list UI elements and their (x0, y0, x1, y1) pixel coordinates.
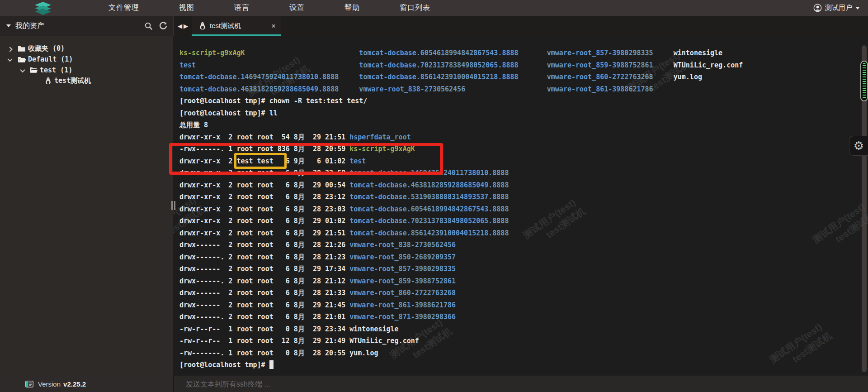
tree-item--0-[interactable]: 收藏夹 (0) (0, 43, 65, 54)
terminal-settings-button[interactable]: ⚙ (849, 136, 868, 156)
terminal-line: drwx------. 2 root root 6 8月 28 21:23 vm… (179, 251, 743, 263)
terminal-line: drwx------ 2 root root 6 8月 28 21:33 vmw… (179, 287, 743, 299)
watermark-text: 测试用户(test)test测试机 (810, 199, 868, 257)
terminal-line: drwx------. 2 root root 6 8月 28 21:01 vm… (179, 311, 743, 323)
tab-close-icon[interactable]: × (271, 22, 276, 30)
tree-item-label: test测试机 (54, 76, 91, 85)
user-name: 测试用户 (825, 4, 852, 12)
menu-bar: 文件管理视图语言设置帮助窗口列表 测试用户 (0, 0, 868, 16)
terminal-output: ks-script-g9xAgK tomcat-docbase.60546189… (179, 47, 743, 371)
menu-item-1[interactable]: 视图 (179, 3, 194, 13)
menu-item-5[interactable]: 窗口列表 (400, 3, 430, 13)
terminal-line: drwxr-xr-x 2 root root 6 8月 29 21:51 tom… (179, 227, 743, 239)
terminal-line: 总用量 8 (179, 119, 743, 131)
tab-test-machine[interactable]: test测试机 × (192, 16, 281, 36)
app-logo-icon (33, 1, 55, 15)
linux-icon (43, 77, 52, 85)
terminal-line: ks-script-g9xAgK tomcat-docbase.60546189… (179, 47, 743, 59)
terminal-line: -rw-r--r-- 1 root root 12 8月 29 21:49 WT… (179, 335, 743, 347)
ssh-terminal[interactable]: ks-script-g9xAgK tomcat-docbase.60546189… (173, 36, 868, 375)
sidebar-title: 我的资产 (15, 21, 44, 31)
terminal-line: -rw-r--r-- 1 root root 0 8月 29 23:34 win… (179, 323, 743, 335)
sidebar-header: 我的资产 (0, 16, 173, 36)
terminal-line: drwxr-xr-x 2 root root 6 8月 28 23:12 tom… (179, 191, 743, 203)
menu-item-3[interactable]: 设置 (289, 3, 305, 13)
refresh-icon[interactable] (159, 21, 168, 30)
tree-item-label: Default (1) (28, 55, 73, 63)
annotation-yellow-box (234, 153, 287, 169)
terminal-line: drwx------ 2 root root 6 8月 29 17:34 vmw… (179, 263, 743, 275)
tree-item-test-1-[interactable]: test (1) (0, 65, 72, 75)
terminal-line: [root@localhost tmp]# chown -R test:test… (179, 95, 743, 107)
scroll-tabs-left-icon[interactable]: ◀ (178, 23, 182, 29)
menu-items: 文件管理视图语言设置帮助窗口列表 (108, 3, 430, 13)
version-icon (25, 381, 33, 387)
broadcast-input[interactable] (186, 380, 811, 388)
terminal-line: drwxr-xr-x 2 root root 6 8月 29 00:54 tom… (179, 179, 743, 191)
tree-item-test-[interactable]: test测试机 (0, 76, 91, 86)
menu-item-4[interactable]: 帮助 (344, 3, 360, 13)
folder-open-icon (17, 56, 26, 63)
linux-icon (199, 22, 206, 30)
terminal-scrollbar-thumb[interactable] (860, 61, 868, 101)
chevron-down-icon (855, 7, 860, 10)
version-value: v2.25.2 (63, 380, 86, 388)
menu-item-2[interactable]: 语言 (234, 3, 250, 13)
terminal-cursor (269, 360, 274, 369)
tree-item-label: test (1) (40, 66, 72, 74)
status-bar: Version v2.25.2 (0, 376, 173, 392)
scroll-tabs-right-icon[interactable]: ▶ (184, 23, 188, 29)
search-icon[interactable] (144, 22, 153, 30)
terminal-line: drwx------. 2 root root 6 8月 28 21:12 vm… (179, 275, 743, 287)
panel-splitter-handle[interactable] (171, 201, 176, 210)
asset-tree-panel: 收藏夹 (0)Default (1)test (1)test测试机 (0, 36, 173, 376)
tree-item-label: 收藏夹 (0) (28, 44, 65, 53)
collapse-caret-icon[interactable] (6, 24, 11, 27)
folder-closed-icon (17, 45, 26, 52)
terminal-line: drwx------ 2 root root 6 8月 28 21:26 vmw… (179, 239, 743, 251)
chevron-down-icon[interactable] (20, 67, 25, 72)
terminal-line: drwxr-xr-x 2 root root 54 8月 29 21:51 hs… (179, 131, 743, 143)
version-label: Version (38, 380, 61, 388)
chevron-down-icon[interactable] (7, 57, 12, 62)
terminal-line: -rw-------. 1 root root 0 8月 28 20:55 yu… (179, 347, 743, 359)
user-menu[interactable]: 测试用户 (813, 0, 860, 16)
tree-item-default-1-[interactable]: Default (1) (0, 54, 73, 65)
watermark-text: 测试用户(test)test测试机 (767, 319, 835, 375)
user-avatar-icon (813, 4, 822, 12)
terminal-line: test tomcat-docbase.7023137838498052065.… (179, 59, 743, 72)
folder-open-icon (29, 67, 38, 73)
chevron-right-icon[interactable] (7, 47, 12, 52)
terminal-line: drwx------ 2 root root 6 8月 29 21:45 vmw… (179, 299, 743, 311)
tab-strip: ◀ ▶ test测试机 × (173, 16, 868, 36)
active-tab-indicator (192, 34, 281, 36)
terminal-line: drwxr-xr-x 2 root root 6 8月 29 01:02 tom… (179, 215, 743, 227)
terminal-line: tomcat-docbase.4638182859288685049.8888 … (179, 83, 743, 96)
terminal-line: [root@localhost tmp]# ll (179, 107, 743, 120)
terminal-line: tomcat-docbase.1469475924011738010.8888 … (179, 71, 743, 83)
terminal-line: drwxr-xr-x 2 root root 6 8月 28 23:03 tom… (179, 203, 743, 215)
gear-icon: ⚙ (854, 139, 864, 153)
terminal-line: [root@localhost tmp]# (179, 359, 743, 371)
menu-item-0[interactable]: 文件管理 (108, 3, 139, 13)
tab-label: test测试机 (210, 22, 241, 30)
broadcast-bar (173, 376, 868, 392)
annotation-red-box (169, 143, 443, 175)
